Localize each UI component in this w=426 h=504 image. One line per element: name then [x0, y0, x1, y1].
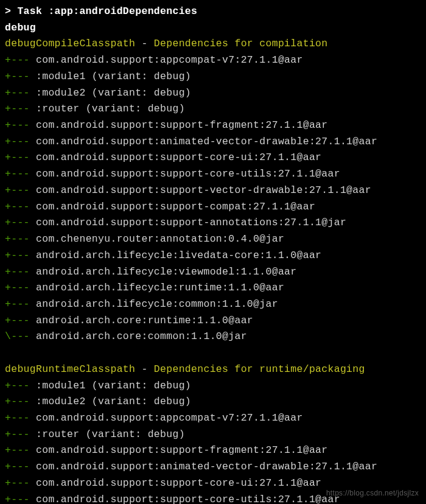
terminal-line: +--- android.arch.lifecycle:viewmodel:1.… [5, 264, 421, 281]
terminal-line: > Task :app:androidDependencies [5, 4, 421, 20]
tree-prefix: +--- [5, 103, 36, 114]
tree-prefix: +--- [5, 396, 36, 407]
terminal-line: +--- :module2 (variant: debug) [5, 394, 421, 410]
dependency-text: :module1 (variant: debug) [36, 380, 191, 391]
dependency-text: android.arch.core:runtime:1.1.0@aar [36, 315, 253, 326]
terminal-line: +--- android.arch.lifecycle:common:1.1.0… [5, 296, 421, 313]
dependency-text: com.android.support:support-core-utils:2… [36, 494, 340, 504]
dependency-text: com.android.support:support-fragment:27.… [36, 119, 327, 131]
terminal-line [5, 345, 421, 362]
dependency-text: android.arch.lifecycle:viewmodel:1.1.0@a… [36, 266, 296, 278]
tree-prefix: +--- [5, 315, 36, 326]
task-name: Task :app:androidDependencies [17, 5, 197, 17]
terminal-output: > Task :app:androidDependenciesdebugdebu… [5, 4, 421, 504]
dependency-text: :module2 (variant: debug) [36, 396, 191, 407]
terminal-line: debugRuntimeClasspath - Dependencies for… [5, 362, 421, 378]
separator: - [135, 38, 154, 49]
tree-prefix: +--- [5, 152, 36, 163]
terminal-line: +--- android.arch.core:runtime:1.1.0@aar [5, 313, 421, 329]
terminal-line: \--- android.arch.core:common:1.1.0@jar [5, 329, 421, 345]
tree-prefix: +--- [5, 217, 36, 228]
dependency-text: :router (variant: debug) [36, 103, 185, 114]
tree-prefix: +--- [5, 184, 36, 196]
tree-prefix: +--- [5, 54, 36, 66]
dependency-text: com.chenenyu.router:annotation:0.4.0@jar [36, 233, 284, 245]
dependency-text: com.android.support:animated-vector-draw… [36, 136, 377, 147]
dependency-text: android.arch.core:common:1.1.0@jar [36, 331, 247, 342]
terminal-line: +--- :module1 (variant: debug) [5, 378, 421, 394]
terminal-line: +--- :module2 (variant: debug) [5, 85, 421, 102]
tree-prefix: +--- [5, 461, 36, 472]
dependency-text: com.android.support:appcompat-v7:27.1.1@… [36, 412, 303, 424]
tree-prefix: +--- [5, 250, 36, 261]
terminal-line: +--- com.android.support:support-annotat… [5, 215, 421, 231]
classpath-description: Dependencies for compilation [154, 38, 328, 49]
terminal-line: debugCompileClasspath - Dependencies for… [5, 36, 421, 52]
tree-prefix: +--- [5, 266, 36, 278]
terminal-line: +--- :router (variant: debug) [5, 101, 421, 117]
terminal-line: +--- com.android.support:support-fragmen… [5, 117, 421, 134]
terminal-line: debug [5, 20, 421, 37]
classpath-description: Dependencies for runtime/packaging [154, 363, 365, 375]
watermark-text: https://blog.csdn.net/jdsjlzx [326, 488, 419, 499]
blank-line [5, 347, 11, 359]
tree-prefix: +--- [5, 168, 36, 180]
classpath-name: debugRuntimeClasspath [5, 363, 135, 375]
dependency-text: android.arch.lifecycle:livedata-core:1.1… [36, 250, 321, 261]
terminal-line: +--- com.chenenyu.router:annotation:0.4.… [5, 231, 421, 248]
tree-prefix: +--- [5, 429, 36, 440]
tree-prefix: +--- [5, 119, 36, 131]
terminal-line: +--- com.android.support:support-fragmen… [5, 443, 421, 459]
dependency-text: com.android.support:support-core-utils:2… [36, 168, 340, 180]
dependency-text: android.arch.lifecycle:runtime:1.1.0@aar [36, 282, 284, 293]
terminal-line: +--- com.android.support:support-vector-… [5, 183, 421, 199]
tree-prefix: +--- [5, 298, 36, 310]
tree-prefix: \--- [5, 331, 36, 342]
dependency-text: com.android.support:appcompat-v7:27.1.1@… [36, 54, 303, 66]
tree-prefix: +--- [5, 494, 36, 504]
terminal-line: +--- android.arch.lifecycle:livedata-cor… [5, 248, 421, 264]
terminal-line: +--- com.android.support:animated-vector… [5, 459, 421, 475]
dependency-text: com.android.support:support-compat:27.1.… [36, 201, 315, 212]
tree-prefix: +--- [5, 71, 36, 82]
tree-prefix: +--- [5, 233, 36, 245]
tree-prefix: +--- [5, 87, 36, 99]
terminal-line: +--- :module1 (variant: debug) [5, 69, 421, 85]
dependency-text: com.android.support:support-vector-drawa… [36, 184, 371, 196]
tree-prefix: +--- [5, 201, 36, 212]
tree-prefix: +--- [5, 380, 36, 391]
terminal-line: +--- android.arch.lifecycle:runtime:1.1.… [5, 280, 421, 296]
separator: - [135, 363, 154, 375]
terminal-line: +--- :router (variant: debug) [5, 427, 421, 443]
classpath-name: debugCompileClasspath [5, 38, 135, 49]
tree-prefix: +--- [5, 136, 36, 147]
prompt-symbol: > [5, 5, 17, 17]
terminal-line: +--- com.android.support:appcompat-v7:27… [5, 410, 421, 427]
dependency-text: :router (variant: debug) [36, 429, 185, 440]
dependency-text: com.android.support:support-fragment:27.… [36, 444, 327, 456]
terminal-line: +--- com.android.support:support-core-ut… [5, 166, 421, 183]
dependency-text: com.android.support:support-annotations:… [36, 217, 346, 228]
tree-prefix: +--- [5, 444, 36, 456]
terminal-line: +--- com.android.support:support-core-ui… [5, 150, 421, 166]
dependency-text: android.arch.lifecycle:common:1.1.0@jar [36, 298, 278, 310]
dependency-text: com.android.support:support-core-ui:27.1… [36, 477, 321, 489]
tree-prefix: +--- [5, 412, 36, 424]
terminal-line: +--- com.android.support:animated-vector… [5, 134, 421, 150]
dependency-text: com.android.support:animated-vector-draw… [36, 461, 377, 472]
variant-name: debug [5, 22, 36, 33]
dependency-text: :module2 (variant: debug) [36, 87, 191, 99]
dependency-text: com.android.support:support-core-ui:27.1… [36, 152, 321, 163]
terminal-line: +--- com.android.support:support-compat:… [5, 199, 421, 215]
terminal-line: +--- com.android.support:appcompat-v7:27… [5, 52, 421, 69]
tree-prefix: +--- [5, 282, 36, 293]
dependency-text: :module1 (variant: debug) [36, 71, 191, 82]
tree-prefix: +--- [5, 477, 36, 489]
